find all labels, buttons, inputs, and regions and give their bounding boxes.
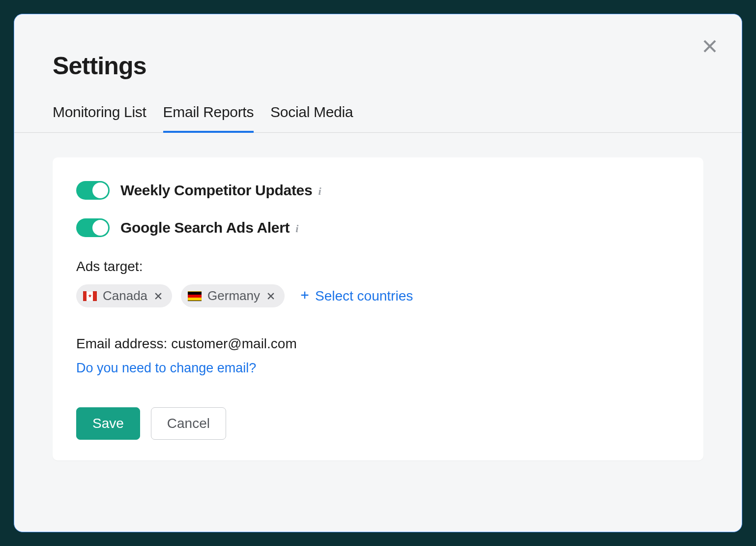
flag-germany-icon (188, 291, 202, 301)
select-countries-label: Select countries (315, 288, 413, 304)
info-icon[interactable]: i (295, 222, 304, 233)
toggle-row-search-ads: Google Search Ads Alert i (76, 218, 680, 237)
toggle-weekly-updates[interactable] (76, 181, 110, 200)
toggle-label-search-ads: Google Search Ads Alert (120, 219, 290, 236)
modal-header: Settings (14, 14, 742, 80)
chip-label: Germany (207, 288, 260, 303)
email-address-row: Email address: customer@mail.com (76, 336, 680, 352)
email-value: customer@mail.com (171, 336, 297, 352)
tab-social-media[interactable]: Social Media (270, 104, 353, 132)
cancel-button[interactable]: Cancel (151, 407, 226, 440)
email-label: Email address: (76, 336, 167, 352)
country-chip-canada: Canada (76, 284, 172, 307)
chip-label: Canada (103, 288, 147, 303)
select-countries-button[interactable]: Select countries (299, 288, 413, 304)
settings-modal: Settings Monitoring List Email Reports S… (14, 14, 742, 532)
ads-target-chips: Canada Germany Select countries (76, 284, 680, 307)
toggle-knob (92, 220, 108, 236)
tab-monitoring-list[interactable]: Monitoring List (53, 104, 146, 132)
remove-chip-button[interactable] (266, 291, 276, 301)
close-icon (266, 291, 276, 301)
ads-target-label: Ads target: (76, 259, 680, 274)
toggle-label-weekly-updates: Weekly Competitor Updates (120, 182, 312, 199)
tab-email-reports[interactable]: Email Reports (163, 104, 254, 132)
toggle-row-weekly-updates: Weekly Competitor Updates i (76, 181, 680, 200)
toggle-knob (92, 182, 108, 198)
settings-panel: Weekly Competitor Updates i Google Searc… (53, 157, 703, 460)
close-button[interactable] (700, 37, 719, 58)
plus-icon (299, 288, 310, 304)
save-button[interactable]: Save (76, 407, 140, 440)
flag-canada-icon (83, 291, 97, 301)
close-icon (700, 37, 719, 56)
remove-chip-button[interactable] (153, 291, 163, 301)
change-email-link[interactable]: Do you need to change email? (76, 361, 256, 376)
country-chip-germany: Germany (181, 284, 285, 307)
toggle-search-ads[interactable] (76, 218, 110, 237)
actions-row: Save Cancel (76, 407, 680, 440)
close-icon (153, 291, 163, 301)
info-icon[interactable]: i (318, 185, 327, 196)
tabs: Monitoring List Email Reports Social Med… (14, 80, 742, 133)
page-title: Settings (53, 52, 703, 80)
